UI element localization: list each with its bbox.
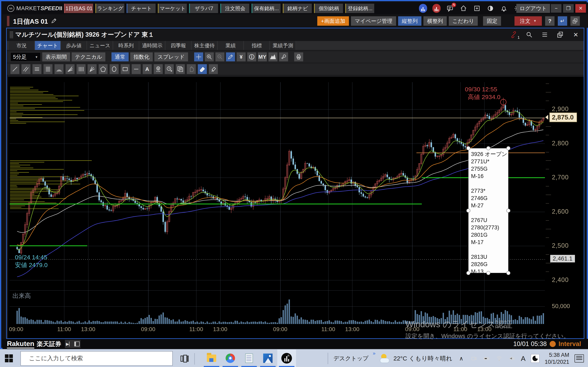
ime-mode-letter[interactable]: A: [521, 355, 526, 363]
multitool-titlebar[interactable]: マルチツール(個別銘柄) 3926 オープンドア 東１ 1✕: [7, 28, 584, 41]
indexed-mode-button[interactable]: 指数化: [130, 52, 153, 61]
top-tab-3[interactable]: マーケット: [158, 4, 187, 13]
help-button[interactable]: ?: [545, 16, 554, 26]
notification-center-icon[interactable]: [575, 354, 584, 363]
meet-now-icon[interactable]: [470, 355, 477, 362]
selection-handle[interactable]: [466, 146, 470, 150]
gann-line-tool[interactable]: [87, 64, 96, 74]
draw-pencil-icon[interactable]: [226, 52, 235, 61]
multitool-tab-0[interactable]: 市況: [9, 41, 35, 50]
contrast-icon[interactable]: [486, 4, 494, 12]
icon-stamp-tool[interactable]: ICON: [154, 64, 163, 74]
task-view-button[interactable]: [180, 354, 189, 363]
top-tab-0[interactable]: 1日信AS 01: [64, 4, 93, 13]
file-explorer-button[interactable]: [202, 350, 221, 367]
chart-note-annotation[interactable]: 3926 オープン2771U*2755GM-162773*2746GM-2727…: [468, 148, 508, 273]
add-window-icon[interactable]: [473, 4, 481, 12]
horizontal-segment-tool[interactable]: [132, 64, 141, 74]
rectangle-tool[interactable]: [121, 64, 130, 74]
yen-display-icon[interactable]: ¥: [237, 52, 246, 61]
top-tab-4[interactable]: ザラバ7: [189, 4, 218, 13]
top-tab-1[interactable]: ランキング: [95, 4, 124, 13]
order-button[interactable]: 注文▼: [515, 16, 542, 26]
kodawari-button[interactable]: こだわり: [449, 16, 478, 26]
multitool-tab-10[interactable]: 業績予測: [270, 41, 296, 50]
trend-line-tool[interactable]: [10, 64, 19, 74]
taskbar-clock[interactable]: 5:38 AM 10/1/2021: [545, 351, 569, 365]
news-bubble-icon[interactable]: N: [446, 4, 454, 12]
erase-all-tool[interactable]: A: [209, 64, 218, 74]
window-menu-icon[interactable]: [540, 30, 549, 39]
support-arrow-button[interactable]: ↵: [558, 16, 567, 26]
taskbar-search-input[interactable]: ここに入力して検索: [20, 351, 173, 366]
normal-mode-button[interactable]: 通常: [112, 52, 129, 61]
selection-handle[interactable]: [506, 146, 510, 150]
parallel-line-tool[interactable]: [21, 64, 30, 74]
pin-button[interactable]: 固定: [483, 16, 501, 26]
start-button[interactable]: [5, 354, 13, 363]
logout-button[interactable]: ログアウト: [516, 4, 550, 13]
top-tab-9[interactable]: 登録銘柄...: [345, 4, 374, 13]
wifi-icon[interactable]: [495, 355, 503, 362]
hand-drag-tool[interactable]: [187, 64, 196, 74]
multitool-tab-2[interactable]: 歩み値: [61, 41, 87, 50]
zoom-in-icon[interactable]: [205, 52, 214, 61]
technical-button[interactable]: テクニカル: [72, 52, 105, 61]
align-horizontal-button[interactable]: 横整列: [424, 16, 447, 26]
selection-handle[interactable]: [486, 271, 490, 275]
battery-icon[interactable]: [483, 355, 490, 362]
selection-handle[interactable]: [466, 271, 470, 275]
restore-button[interactable]: ❐: [563, 4, 574, 13]
close-window-icon[interactable]: ✕: [571, 30, 580, 39]
top-tab-2[interactable]: チャート: [127, 4, 156, 13]
crosshair-icon[interactable]: [194, 52, 203, 61]
top-tab-8[interactable]: 個別銘柄: [314, 4, 343, 13]
dense-horizontal-lines-tool[interactable]: [43, 64, 52, 74]
popout-window-button[interactable]: [571, 16, 580, 26]
restore-window-icon[interactable]: [555, 30, 565, 39]
panel-toggle-button[interactable]: ▶▏: [65, 340, 80, 348]
eraser-tool[interactable]: [198, 64, 207, 74]
fan-line-tool[interactable]: [66, 64, 75, 74]
multitool-tab-7[interactable]: 株主優待: [192, 41, 217, 50]
my-indicator-icon[interactable]: MY: [258, 52, 267, 61]
top-tab-7[interactable]: 銘柄ナビ: [283, 4, 312, 13]
zoom-out-icon[interactable]: [215, 52, 224, 61]
notepad-button[interactable]: [240, 350, 259, 367]
drag-handle-icon[interactable]: [9, 31, 13, 38]
close-button[interactable]: ✕: [575, 4, 586, 13]
selection-handle[interactable]: [466, 209, 470, 213]
desktop-toolbar[interactable]: デスクトップ »: [333, 355, 369, 362]
top-tab-5[interactable]: 注文照会: [220, 4, 249, 13]
multitool-tab-4[interactable]: 時系列: [113, 41, 139, 50]
multitool-tab-5[interactable]: 適時開示: [139, 41, 165, 50]
vertical-lines-tool[interactable]: [77, 64, 86, 74]
marketspeed-blue-icon[interactable]: [419, 4, 427, 13]
spread-mode-button[interactable]: スプレッド: [154, 52, 188, 61]
period-select[interactable]: 5分足▼: [10, 52, 41, 61]
minimize-button[interactable]: −: [551, 4, 562, 13]
print-icon[interactable]: [294, 52, 303, 61]
time-mark-tool[interactable]: [165, 64, 174, 74]
ellipse-tool[interactable]: [110, 64, 119, 74]
multitool-tab-9[interactable]: 指標: [244, 41, 270, 50]
pentagon-tool[interactable]: [99, 64, 108, 74]
hidden-icons-caret[interactable]: ∧: [458, 355, 465, 362]
display-period-button[interactable]: 表示期間: [42, 52, 70, 61]
mypage-manage-button[interactable]: マイページ管理: [351, 16, 396, 26]
area-chart-icon[interactable]: [268, 52, 277, 61]
bell-icon[interactable]: [500, 4, 508, 12]
selection-handle[interactable]: [506, 209, 510, 213]
marketspeed-red-icon[interactable]: [432, 4, 441, 13]
speaker-icon[interactable]: [508, 355, 516, 362]
copy-drawing-tool[interactable]: [176, 64, 185, 74]
multitool-tab-1[interactable]: チャート: [35, 41, 61, 50]
home-icon[interactable]: [459, 4, 467, 12]
link-symbol-icon[interactable]: 1: [509, 30, 518, 39]
selection-handle[interactable]: [486, 146, 490, 150]
symbol-search-icon[interactable]: [525, 30, 534, 39]
add-screen-button[interactable]: +画面追加: [317, 16, 349, 26]
marketspeed-taskbar-button[interactable]: R: [277, 350, 296, 367]
info-icon[interactable]: ⓘ: [247, 52, 256, 61]
chevron-icon[interactable]: »: [373, 350, 375, 356]
